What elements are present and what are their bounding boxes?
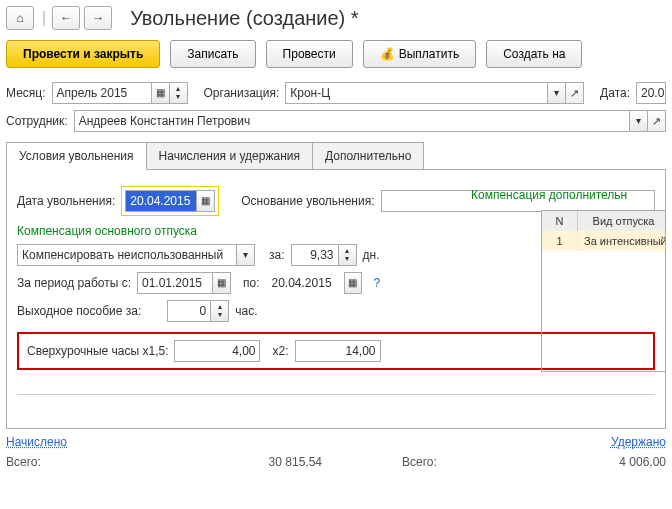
period-from-calendar[interactable] (213, 272, 231, 294)
accrued-value: 30 815,54 (102, 455, 322, 469)
period-to-value: 20.04.2015 (272, 276, 332, 290)
arrow-right-icon: → (92, 11, 104, 25)
th-n: N (542, 211, 578, 231)
org-dropdown-button[interactable] (548, 82, 566, 104)
arrow-left-icon: ← (60, 11, 72, 25)
month-calendar-button[interactable] (152, 82, 170, 104)
employee-open-button[interactable]: ↗ (648, 110, 666, 132)
period-to-calendar[interactable] (344, 272, 362, 294)
period-label: За период работы с: (17, 276, 131, 290)
th-type: Вид отпуска (578, 211, 666, 231)
td-n: 1 (542, 231, 578, 251)
days-input[interactable]: 9,33 (291, 244, 339, 266)
post-button[interactable]: Провести (266, 40, 353, 68)
comp-additional-title: Компенсация дополнительн (471, 188, 666, 202)
create-based-on-button[interactable]: Создать на (486, 40, 582, 68)
days-spinner[interactable] (339, 244, 357, 266)
home-button[interactable]: ⌂ (6, 6, 34, 30)
help-link[interactable]: ? (374, 276, 381, 290)
employee-dropdown-button[interactable] (630, 110, 648, 132)
pay-button[interactable]: 💰Выплатить (363, 40, 477, 68)
fire-date-calendar-button[interactable] (197, 190, 215, 212)
additional-comp-table: N Вид отпуска 1 За интенсивный т (541, 210, 666, 372)
severance-input[interactable]: 0 (167, 300, 211, 322)
overtime2-input[interactable]: 14,00 (295, 340, 381, 362)
org-input[interactable]: Крон-Ц (285, 82, 548, 104)
accrued-link[interactable]: Начислено (6, 435, 67, 449)
page-title: Увольнение (создание) * (130, 7, 358, 30)
period-from-input[interactable]: 01.01.2015 (137, 272, 213, 294)
overtime2-label: x2: (272, 344, 288, 358)
month-input[interactable]: Апрель 2015 (52, 82, 152, 104)
pay-label: Выплатить (399, 47, 460, 61)
back-button[interactable]: ← (52, 6, 80, 30)
severance-spinner[interactable] (211, 300, 229, 322)
total-label-1: Всего: (6, 455, 62, 469)
reason-label: Основание увольнения: (241, 194, 374, 208)
tab-additional[interactable]: Дополнительно (312, 142, 424, 170)
post-and-close-button[interactable]: Провести и закрыть (6, 40, 160, 68)
fire-date-input[interactable]: 20.04.2015 (125, 190, 197, 212)
za-label: за: (269, 248, 285, 262)
date-label: Дата: (600, 86, 630, 100)
overtime15-input[interactable]: 4,00 (174, 340, 260, 362)
home-icon: ⌂ (16, 11, 23, 25)
tab-conditions[interactable]: Условия увольнения (6, 142, 147, 170)
withheld-value: 4 006,00 (502, 455, 666, 469)
doc-date-input[interactable]: 20.0 (636, 82, 666, 104)
separator: | (42, 9, 46, 27)
month-spinner[interactable] (170, 82, 188, 104)
total-label-2: Всего: (402, 455, 462, 469)
employee-input[interactable]: Андреев Константин Петрович (74, 110, 630, 132)
comp-type-input[interactable]: Компенсировать неиспользованный (17, 244, 237, 266)
month-label: Месяц: (6, 86, 46, 100)
forward-button[interactable]: → (84, 6, 112, 30)
days-unit: дн. (363, 248, 380, 262)
org-open-button[interactable]: ↗ (566, 82, 584, 104)
severance-label: Выходное пособие за: (17, 304, 141, 318)
po-label: по: (243, 276, 260, 290)
table-row[interactable]: 1 За интенсивный т (542, 231, 666, 251)
comp-type-dropdown[interactable] (237, 244, 255, 266)
overtime15-label: Сверхурочные часы x1,5: (27, 344, 168, 358)
fire-date-label: Дата увольнения: (17, 194, 115, 208)
org-label: Организация: (204, 86, 280, 100)
td-type: За интенсивный т (578, 231, 666, 251)
save-button[interactable]: Записать (170, 40, 255, 68)
withheld-link[interactable]: Удержано (611, 435, 666, 449)
severance-unit: час. (235, 304, 257, 318)
employee-label: Сотрудник: (6, 114, 68, 128)
money-icon: 💰 (380, 47, 395, 61)
tab-accruals[interactable]: Начисления и удержания (146, 142, 313, 170)
fire-date-highlight: 20.04.2015 (121, 186, 219, 216)
